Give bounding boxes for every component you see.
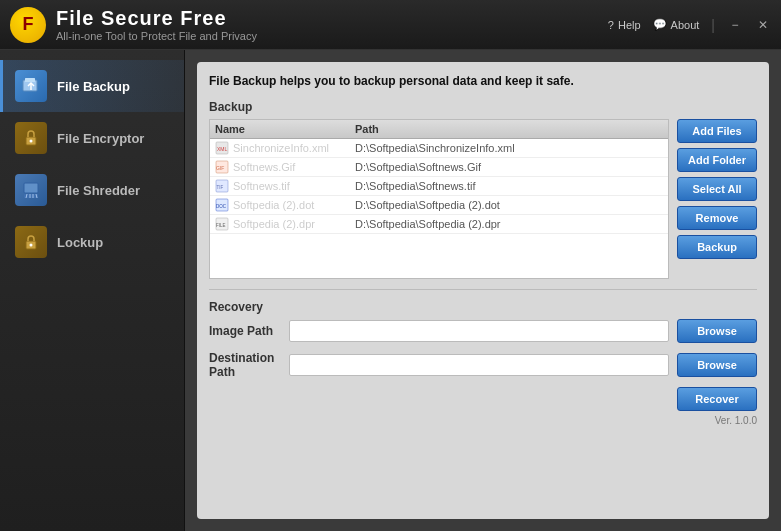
file-icon-gif: GIF — [215, 160, 229, 174]
sidebar-label-lockup: Lockup — [57, 235, 103, 250]
sidebar-item-lockup[interactable]: Lockup — [0, 216, 184, 268]
svg-point-4 — [30, 140, 33, 143]
help-button[interactable]: ? Help — [608, 19, 641, 31]
recovery-section-label: Recovery — [209, 300, 757, 314]
destination-path-label: DestinationPath — [209, 351, 289, 379]
col-path-header: Path — [355, 123, 663, 135]
svg-text:TIF: TIF — [217, 185, 224, 190]
sidebar-label-file-encryptor: File Encryptor — [57, 131, 144, 146]
backup-buttons: Add Files Add Folder Select All Remove B… — [677, 119, 757, 279]
lockup-icon — [15, 226, 47, 258]
svg-rect-5 — [24, 183, 38, 193]
app-title-block: File Secure Free All-in-one Tool to Prot… — [56, 7, 608, 42]
add-files-button[interactable]: Add Files — [677, 119, 757, 143]
file-path-1: D:\Softpedia\Softnews.Gif — [355, 161, 663, 173]
title-bar-controls: ? Help 💬 About | − ✕ — [608, 17, 771, 33]
file-list[interactable]: Name Path XML SinchronizeInfo.xml D:\Sof… — [209, 119, 669, 279]
file-icon-dpr: FILE — [215, 217, 229, 231]
select-all-button[interactable]: Select All — [677, 177, 757, 201]
table-row[interactable]: TIF Softnews.tif D:\Softpedia\Softnews.t… — [210, 177, 668, 196]
destination-path-browse-button[interactable]: Browse — [677, 353, 757, 377]
table-row[interactable]: DOC Softpedia (2).dot D:\Softpedia\Softp… — [210, 196, 668, 215]
backup-button[interactable]: Backup — [677, 235, 757, 259]
col-name-header: Name — [215, 123, 355, 135]
content-area: File Backup helps you to backup personal… — [185, 50, 781, 531]
sidebar: File Backup File Encryptor — [0, 50, 185, 531]
recovery-section: Recovery Image Path Browse DestinationPa… — [209, 289, 757, 411]
file-list-container: Name Path XML SinchronizeInfo.xml D:\Sof… — [209, 119, 757, 279]
file-icon-xml: XML — [215, 141, 229, 155]
svg-text:GIF: GIF — [216, 165, 224, 171]
separator: | — [711, 17, 715, 33]
sidebar-item-file-backup[interactable]: File Backup — [0, 60, 184, 112]
file-name-3: DOC Softpedia (2).dot — [215, 198, 355, 212]
about-button[interactable]: 💬 About — [653, 18, 700, 31]
file-list-header: Name Path — [210, 120, 668, 139]
sidebar-label-file-shredder: File Shredder — [57, 183, 140, 198]
svg-rect-1 — [25, 78, 35, 82]
file-name-1: GIF Softnews.Gif — [215, 160, 355, 174]
image-path-label: Image Path — [209, 324, 289, 338]
file-icon-tif: TIF — [215, 179, 229, 193]
recover-button[interactable]: Recover — [677, 387, 757, 411]
destination-path-row: DestinationPath Browse — [209, 351, 757, 379]
backup-section-label: Backup — [209, 100, 757, 114]
sidebar-label-file-backup: File Backup — [57, 79, 130, 94]
svg-text:XML: XML — [217, 146, 228, 152]
image-path-input[interactable] — [289, 320, 669, 342]
content-description: File Backup helps you to backup personal… — [209, 74, 757, 88]
sidebar-item-file-shredder[interactable]: File Shredder — [0, 164, 184, 216]
title-bar: F File Secure Free All-in-one Tool to Pr… — [0, 0, 781, 50]
main-layout: File Backup File Encryptor — [0, 50, 781, 531]
file-backup-icon — [15, 70, 47, 102]
file-name-0: XML SinchronizeInfo.xml — [215, 141, 355, 155]
add-folder-button[interactable]: Add Folder — [677, 148, 757, 172]
file-path-4: D:\Softpedia\Softpedia (2).dpr — [355, 218, 663, 230]
file-path-0: D:\Softpedia\SinchronizeInfo.xml — [355, 142, 663, 154]
sidebar-item-file-encryptor[interactable]: File Encryptor — [0, 112, 184, 164]
svg-text:FILE: FILE — [216, 223, 226, 228]
svg-point-12 — [30, 244, 33, 247]
backup-section: Backup Name Path XML Sinchro — [209, 100, 757, 279]
close-button[interactable]: ✕ — [755, 17, 771, 33]
remove-button[interactable]: Remove — [677, 206, 757, 230]
file-path-3: D:\Softpedia\Softpedia (2).dot — [355, 199, 663, 211]
image-path-browse-button[interactable]: Browse — [677, 319, 757, 343]
app-subtitle: All-in-one Tool to Protect File and Priv… — [56, 30, 608, 42]
table-row[interactable]: XML SinchronizeInfo.xml D:\Softpedia\Sin… — [210, 139, 668, 158]
file-name-2: TIF Softnews.tif — [215, 179, 355, 193]
table-row[interactable]: GIF Softnews.Gif D:\Softpedia\Softnews.G… — [210, 158, 668, 177]
minimize-button[interactable]: − — [727, 17, 743, 33]
file-shredder-icon — [15, 174, 47, 206]
file-encryptor-icon — [15, 122, 47, 154]
recover-row: Recover — [209, 387, 757, 411]
file-icon-doc: DOC — [215, 198, 229, 212]
help-icon: ? — [608, 19, 614, 31]
version-label: Ver. 1.0.0 — [209, 411, 757, 426]
image-path-row: Image Path Browse — [209, 319, 757, 343]
svg-text:DOC: DOC — [216, 204, 227, 209]
destination-path-input[interactable] — [289, 354, 669, 376]
table-row[interactable]: FILE Softpedia (2).dpr D:\Softpedia\Soft… — [210, 215, 668, 234]
app-logo: F — [10, 7, 46, 43]
app-title: File Secure Free — [56, 7, 608, 30]
content-inner: File Backup helps you to backup personal… — [197, 62, 769, 519]
about-icon: 💬 — [653, 18, 667, 31]
file-path-2: D:\Softpedia\Softnews.tif — [355, 180, 663, 192]
file-name-4: FILE Softpedia (2).dpr — [215, 217, 355, 231]
